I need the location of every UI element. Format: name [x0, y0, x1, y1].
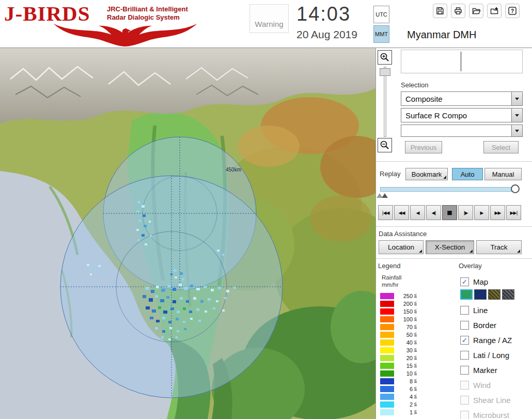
import-folder-icon — [490, 6, 499, 15]
print-button[interactable] — [451, 4, 465, 18]
section-divider — [376, 226, 532, 227]
help-icon: ? — [508, 6, 517, 15]
line-checkbox[interactable] — [460, 306, 469, 315]
overlay-item-border[interactable]: Border — [460, 319, 496, 331]
zoom-slider-thumb[interactable] — [380, 68, 390, 76]
overlay-item-map[interactable]: ✓ Map — [460, 276, 488, 287]
overlay-item-line[interactable]: Line — [460, 304, 488, 316]
marker-checkbox[interactable] — [460, 366, 469, 375]
zoom-out-button[interactable] — [378, 138, 392, 152]
step-forward-button[interactable]: |▶ — [458, 205, 473, 220]
overlay-item-label: Shear Line — [473, 396, 511, 405]
utc-button[interactable]: UTC — [373, 6, 389, 23]
legend-value: 30 — [396, 347, 413, 353]
track-button[interactable]: Track — [476, 240, 522, 254]
legend-lte-symbol: ≤ — [414, 362, 417, 367]
map-checkbox[interactable]: ✓ — [460, 277, 469, 286]
auto-mode-button[interactable]: Auto — [452, 168, 483, 180]
legend-color-swatch — [380, 355, 394, 361]
bookmark-button[interactable]: Bookmark — [405, 168, 448, 180]
print-icon — [453, 6, 463, 15]
composite-dropdown[interactable]: Composite — [401, 91, 523, 106]
map-style-swatch-gray[interactable] — [502, 289, 514, 300]
overlay-item-range-az[interactable]: ✓ Range / AZ — [460, 334, 512, 346]
import-button[interactable] — [487, 4, 502, 18]
map-style-swatch-navy[interactable] — [474, 289, 487, 300]
legend-lte-symbol: ≤ — [414, 323, 417, 329]
replay-timeline[interactable] — [380, 187, 519, 192]
legend-row: 15≤ — [380, 362, 458, 369]
save-icon — [435, 6, 445, 15]
overlay-item-label: Microburst — [473, 411, 509, 419]
select-button[interactable]: Select — [483, 141, 519, 153]
save-button[interactable] — [433, 4, 447, 18]
legend-color-swatch — [380, 301, 394, 307]
legend-row: 1≤ — [380, 408, 458, 416]
forward-to-end-button[interactable]: ▶▶| — [506, 205, 521, 220]
open-file-button[interactable] — [469, 4, 483, 18]
mmt-button[interactable]: MMT — [373, 25, 389, 43]
stop-button[interactable]: ■ — [442, 205, 457, 220]
legend-lte-symbol: ≤ — [414, 331, 417, 336]
legend-value: 10 — [396, 370, 413, 377]
fast-forward-button[interactable]: ▶▶ — [490, 205, 505, 220]
legend-quantity: Rainfall — [382, 274, 401, 281]
previous-button[interactable]: Previous — [405, 141, 442, 153]
play-button[interactable]: ▶ — [474, 205, 489, 220]
map-style-swatch-olive[interactable] — [488, 289, 500, 300]
legend-row: 20≤ — [380, 354, 458, 362]
help-button[interactable]: ? — [505, 4, 520, 18]
legend-row: 50≤ — [380, 331, 458, 338]
legend-row: 150≤ — [380, 307, 458, 315]
rewind-to-start-button[interactable]: |◀◀ — [378, 205, 393, 220]
play-reverse-button[interactable]: ◀ — [410, 205, 425, 220]
zoom-out-icon — [380, 140, 390, 150]
legend-value: 6 — [396, 386, 413, 392]
legend-value: 150 — [396, 308, 413, 315]
overlay-item-marker[interactable]: Marker — [460, 364, 497, 376]
open-folder-icon — [472, 6, 481, 15]
chevron-down-icon[interactable] — [511, 125, 522, 136]
app-root: J-BIRDS JRC-Brilliant & Intelligent Rada… — [0, 0, 532, 419]
zoom-in-button[interactable] — [378, 50, 392, 65]
zoom-slider[interactable] — [384, 67, 386, 137]
zoom-in-icon — [380, 52, 390, 63]
chevron-down-icon[interactable] — [511, 92, 522, 105]
legend-lte-symbol: ≤ — [414, 409, 417, 414]
border-checkbox[interactable] — [460, 321, 469, 330]
legend-color-swatch — [380, 308, 394, 315]
product-dropdown[interactable]: Surface R Compo — [401, 108, 523, 122]
range-az-checkbox[interactable]: ✓ — [460, 336, 469, 345]
step-back-button[interactable]: ◀| — [426, 205, 441, 220]
overlay-item-label: Wind — [473, 381, 491, 390]
wind-checkbox — [460, 381, 469, 390]
map-style-swatch-green[interactable] — [460, 289, 473, 300]
product-dropdown-value: Surface R Compo — [401, 111, 511, 120]
xsection-button[interactable]: X-Section — [426, 240, 474, 254]
app-logo-subtitle: JRC-Brilliant & Intelligent Radar Dialog… — [107, 5, 188, 22]
replay-label: Replay — [380, 170, 400, 178]
legend-value: 70 — [396, 324, 413, 330]
extra-dropdown[interactable] — [401, 125, 523, 137]
clock-time: 14:03 — [296, 3, 351, 25]
legend-color-swatch — [380, 324, 394, 330]
chevron-down-icon[interactable] — [511, 108, 522, 122]
manual-mode-button[interactable]: Manual — [484, 168, 522, 180]
legend-value: 20 — [396, 355, 413, 361]
timeline-position-marker[interactable] — [382, 193, 388, 198]
legend-lte-symbol: ≤ — [414, 354, 417, 360]
legend-color-swatch — [380, 363, 394, 369]
fast-rewind-button[interactable]: ◀◀ — [394, 205, 409, 220]
location-button[interactable]: Location — [379, 240, 424, 254]
radar-map[interactable]: 450km — [0, 48, 375, 419]
legend-value: 4 — [396, 394, 413, 400]
legend-color-swatch — [380, 401, 394, 408]
overlay-title: Overlay — [459, 262, 482, 270]
legend-color-swatch — [380, 378, 394, 384]
legend-color-swatch — [380, 370, 394, 377]
timeline-thumb[interactable] — [511, 184, 520, 193]
legend-color-swatch — [380, 293, 394, 299]
lati-long-checkbox[interactable] — [460, 351, 469, 360]
overlay-item-wind: Wind — [460, 379, 491, 391]
overlay-item-lati-long[interactable]: Lati / Long — [460, 349, 509, 361]
